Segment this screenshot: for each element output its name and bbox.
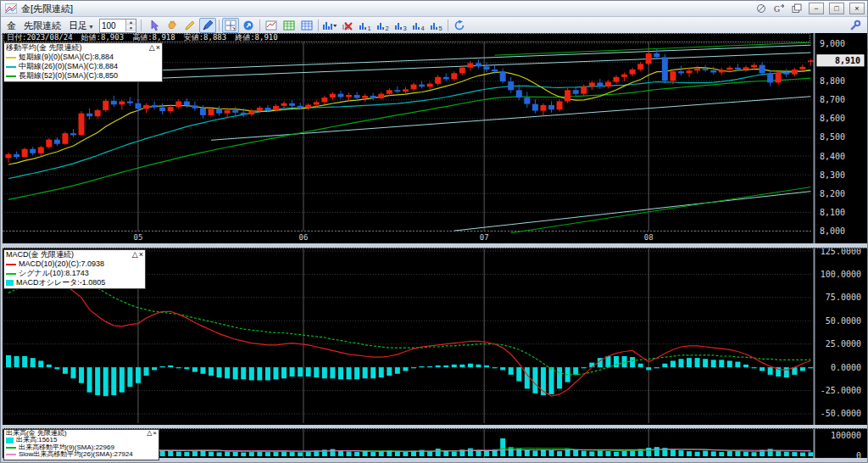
legend-row: MACD(10)(20)(C):7.0938 [6,259,143,269]
select-tool-button[interactable] [146,18,163,33]
legend-swatch [6,66,16,68]
legend-swatch [6,454,16,455]
timeframe-value: 日足 [69,20,87,31]
macd-panel[interactable]: 125.0000100.000075.000050.000025.00000.0… [3,248,867,425]
legend-close-icon[interactable]: × [153,429,157,437]
close-button[interactable]: × [849,3,865,14]
minimize-button[interactable]: − [809,3,824,14]
legend-title: MACD(金 先限連続) [6,250,74,259]
legend-swatch [6,264,16,265]
pen-tool-button[interactable] [199,18,216,33]
macd-legend[interactable]: MACD(金 先限連続)△×MACD(10)(20)(C):7.0938シグナル… [3,249,146,289]
legend-swatch [6,75,16,77]
svg-text:4: 4 [421,25,425,31]
hand-tool-button[interactable] [164,18,181,33]
toolbar: 金 先限連続 日足▼ ▲▼ 12345 [1,17,867,35]
svg-text:1: 1 [368,25,371,31]
svg-text:8,100: 8,100 [820,208,845,217]
svg-text:8,910: 8,910 [835,56,860,65]
contract-label[interactable]: 先限連続 [21,20,64,32]
svg-text:0.0000: 0.0000 [831,363,861,372]
layout-1-button[interactable]: 1 [357,18,374,33]
legend-row: Slow出来高移動平均(26)(SMA):27924 [6,451,157,458]
sync-icon[interactable]: G [771,3,786,14]
svg-text:8,300: 8,300 [820,170,845,180]
timeframe-select[interactable]: 日足▼ [66,20,97,32]
svg-text:0: 0 [856,451,861,458]
volume-panel[interactable]: 1000000 出来高(金 先限連続)△×出来高:15615出来高移動平均(9)… [3,428,867,458]
maximize-button[interactable]: □ [829,3,844,14]
svg-text:100.0000: 100.0000 [821,270,861,279]
layout-5-button[interactable]: 5 [428,18,445,33]
svg-text:8,600: 8,600 [820,114,845,123]
svg-text:-25.0000: -25.0000 [821,386,861,395]
svg-text:3: 3 [403,25,407,31]
chart-root: 日付:2023/08/24 始値:8,903 高値:8,918 安値:8,883… [3,33,865,460]
legend-swatch [6,57,16,59]
stepper-down-icon[interactable]: ▼ [126,25,136,31]
legend-collapse-icon[interactable]: △ [132,250,138,259]
app-chart-icon [3,3,18,14]
new-chart-window-button[interactable] [263,18,280,33]
svg-text:8,500: 8,500 [820,132,845,142]
pencil-tool-button[interactable] [181,18,198,33]
settings-wrench-icon[interactable] [847,18,864,33]
legend-row: シグナル(10):8.1743 [6,269,143,278]
legend-collapse-icon[interactable]: △ [147,429,152,437]
refresh-button[interactable] [451,18,468,33]
svg-text:08: 08 [644,233,654,242]
grid-green-button[interactable] [281,18,298,33]
layout-3-button[interactable]: 3 [392,18,409,33]
legend-title: 移動平均(金 先限連続) [6,43,82,53]
legend-close-icon[interactable]: × [139,250,143,259]
symbol-label[interactable]: 金 [4,20,19,32]
volume-legend[interactable]: 出来高(金 先限連続)△×出来高:15615出来高移動平均(9)(SMA):22… [3,429,159,460]
svg-text:8,800: 8,800 [820,76,845,86]
titlebar[interactable]: 金[先限連続] G − □ × [1,1,867,17]
legend-swatch [6,438,14,443]
legend-swatch [6,447,16,449]
info-high: 高値:8,918 [132,34,175,42]
pin-icon[interactable] [754,3,768,14]
layout-2-button[interactable]: 2 [375,18,392,33]
svg-text:G: G [774,4,780,14]
info-close: 終値:8,910 [235,34,278,42]
duplicate-window-icon[interactable] [789,3,804,14]
info-date: 日付:2023/08/24 [7,34,73,42]
legend-swatch [6,273,16,275]
legend-row: 短期線(9)(0)(SMA)(C):8,884 [6,53,160,62]
svg-text:9,000: 9,000 [820,39,845,48]
svg-text:8,000: 8,000 [820,226,845,236]
svg-text:06: 06 [299,233,309,242]
legend-row: 長期線(52)(0)(SMA)(C):8,850 [6,71,160,81]
bars-count-stepper[interactable]: ▲▼ [99,19,136,33]
svg-text:100000: 100000 [831,431,861,440]
svg-text:50.0000: 50.0000 [826,316,861,326]
window-title: 金[先限連続] [21,3,73,15]
legend-collapse-icon[interactable]: △ [149,43,155,52]
svg-text:8,400: 8,400 [820,152,845,161]
stepper-up-icon[interactable]: ▲ [126,20,136,25]
legend-close-icon[interactable]: × [156,43,160,52]
legend-row: 中期線(26)(0)(SMA)(C):8,884 [6,62,160,71]
svg-text:125.0000: 125.0000 [821,248,861,256]
layout-4-button[interactable]: 4 [410,18,427,33]
svg-text:-50.0000: -50.0000 [821,409,861,418]
ma-legend[interactable]: 移動平均(金 先限連続)△×短期線(9)(0)(SMA)(C):8,884中期線… [3,42,163,82]
info-low: 安値:8,883 [184,34,227,42]
svg-text:05: 05 [134,233,143,242]
svg-text:25.0000: 25.0000 [826,339,861,349]
chart-type-dropdown-button[interactable] [321,18,338,33]
delete-indicator-button[interactable] [339,18,356,33]
legend-row: MACDオシレータ:-1.0805 [6,278,143,287]
svg-text:2: 2 [386,25,389,31]
crosshair-tool-button[interactable] [222,18,239,33]
svg-text:8,200: 8,200 [820,189,845,198]
info-open: 始値:8,903 [81,34,125,42]
bars-count-input[interactable] [100,21,125,31]
grid-blue-button[interactable] [298,18,315,33]
zoom-tool-button[interactable] [240,18,257,33]
svg-text:5: 5 [439,25,442,31]
legend-swatch [6,280,14,286]
price-chart-panel[interactable]: 日付:2023/08/24 始値:8,903 高値:8,918 安値:8,883… [3,33,867,243]
